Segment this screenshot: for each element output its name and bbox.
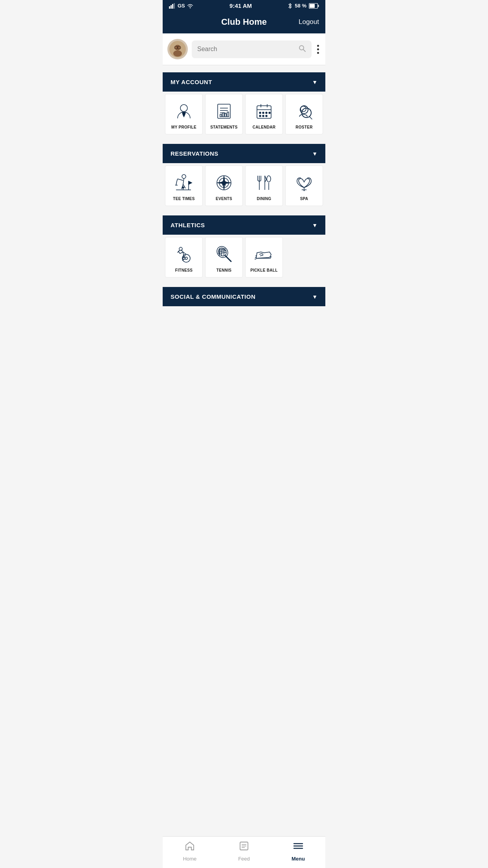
svg-line-45	[177, 179, 178, 181]
status-time: 9:41 AM	[229, 2, 252, 9]
svg-line-72	[180, 252, 183, 254]
status-bar: GS 9:41 AM 58 %	[163, 0, 325, 11]
section-header-my-account[interactable]: MY ACCOUNT ▼	[163, 72, 325, 92]
svg-line-92	[259, 254, 262, 254]
svg-rect-1	[171, 5, 172, 9]
grid-item-dining[interactable]: DINING	[245, 166, 283, 206]
svg-line-44	[178, 179, 183, 180]
status-left: GS	[169, 3, 194, 9]
avatar-image	[169, 41, 186, 57]
chevron-down-reservations-icon: ▼	[312, 151, 317, 157]
grid-item-pickle-ball[interactable]: PICKLE BALL	[245, 237, 283, 278]
spa-icon	[294, 172, 315, 193]
svg-line-43	[183, 178, 184, 184]
svg-line-15	[303, 50, 305, 51]
calendar-icon	[253, 101, 275, 122]
search-icon	[298, 44, 306, 54]
svg-line-94	[262, 254, 263, 254]
tennis-icon	[213, 244, 235, 265]
search-bar[interactable]	[192, 40, 312, 58]
svg-point-4	[189, 7, 191, 8]
reservations-grid: TEE TIMES EVENTS	[163, 163, 325, 208]
battery-percent: 58 %	[295, 3, 306, 9]
svg-rect-7	[310, 4, 315, 8]
section-title-athletics: ATHLETICS	[171, 222, 205, 228]
chevron-down-social-icon: ▼	[312, 294, 317, 300]
grid-item-calendar[interactable]: CALENDAR	[245, 94, 283, 134]
grid-item-roster[interactable]: ROSTER	[285, 94, 323, 134]
section-header-social[interactable]: SOCIAL & COMMUNICATION ▼	[163, 287, 325, 306]
pickle-ball-label: PICKLE BALL	[250, 268, 277, 272]
svg-line-74	[178, 251, 180, 254]
svg-point-42	[182, 175, 186, 178]
grid-item-events[interactable]: EVENTS	[205, 166, 243, 206]
svg-line-40	[310, 117, 312, 119]
section-title-reservations: RESERVATIONS	[171, 150, 218, 157]
more-dot-2	[317, 48, 319, 50]
svg-line-48	[176, 181, 177, 185]
section-title-my-account: MY ACCOUNT	[171, 79, 212, 85]
statements-icon	[213, 101, 235, 122]
tee-times-icon	[173, 172, 194, 193]
svg-line-77	[182, 250, 183, 252]
svg-point-70	[185, 257, 187, 259]
svg-line-76	[178, 250, 180, 251]
events-label: EVENTS	[216, 197, 232, 201]
section-header-athletics[interactable]: ATHLETICS ▼	[163, 215, 325, 235]
svg-point-52	[182, 187, 184, 188]
header: Club Home Logout	[163, 11, 325, 33]
events-icon	[213, 172, 235, 193]
tennis-label: TENNIS	[216, 268, 231, 272]
svg-line-81	[184, 255, 185, 257]
my-profile-icon	[173, 101, 194, 122]
grid-item-spa[interactable]: SPA	[285, 166, 323, 206]
more-dot-1	[317, 45, 319, 47]
svg-point-35	[262, 115, 264, 117]
grid-item-statements[interactable]: STATEMENTS	[205, 94, 243, 134]
logout-button[interactable]: Logout	[299, 18, 319, 26]
more-menu-button[interactable]	[316, 43, 321, 55]
svg-line-93	[260, 255, 263, 256]
grid-item-tee-times[interactable]: TEE TIMES	[165, 166, 203, 206]
svg-line-85	[226, 256, 231, 261]
dining-icon	[253, 172, 275, 193]
svg-point-34	[259, 115, 261, 117]
dining-label: DINING	[257, 197, 272, 201]
chevron-down-athletics-icon: ▼	[312, 222, 317, 228]
svg-point-36	[266, 115, 267, 117]
svg-line-75	[178, 251, 178, 253]
statements-label: STATEMENTS	[210, 125, 237, 129]
my-account-grid: MY PROFILE STATEMENTS	[163, 92, 325, 137]
roster-icon	[294, 101, 315, 122]
svg-rect-2	[172, 4, 173, 9]
section-title-social: SOCIAL & COMMUNICATION	[171, 293, 255, 300]
svg-point-30	[259, 112, 261, 114]
main-content: MY ACCOUNT ▼ MY PROFILE	[163, 72, 325, 338]
bluetooth-icon	[288, 3, 292, 9]
calendar-label: CALENDAR	[253, 125, 276, 129]
search-input[interactable]	[197, 46, 295, 53]
tee-times-label: TEE TIMES	[173, 197, 194, 201]
signal-icon	[169, 3, 176, 9]
status-right: 58 %	[288, 3, 319, 9]
chevron-down-icon: ▼	[312, 79, 317, 85]
grid-item-fitness[interactable]: FITNESS	[165, 237, 203, 278]
svg-point-67	[267, 176, 271, 182]
svg-rect-23	[222, 113, 224, 117]
svg-line-90	[222, 248, 222, 256]
section-header-reservations[interactable]: RESERVATIONS ▼	[163, 144, 325, 163]
svg-rect-6	[318, 5, 319, 7]
spa-label: SPA	[300, 197, 308, 201]
athletics-grid: FITNESS	[163, 235, 325, 280]
grid-item-tennis[interactable]: TENNIS	[205, 237, 243, 278]
svg-line-87	[218, 250, 226, 252]
carrier-label: GS	[178, 3, 185, 9]
svg-point-33	[269, 112, 270, 114]
svg-point-16	[180, 105, 187, 112]
grid-item-my-profile[interactable]: MY PROFILE	[165, 94, 203, 134]
svg-marker-54	[189, 181, 192, 184]
svg-rect-25	[227, 112, 229, 117]
avatar[interactable]	[167, 39, 188, 59]
svg-rect-22	[220, 114, 222, 117]
svg-point-10	[173, 50, 182, 57]
